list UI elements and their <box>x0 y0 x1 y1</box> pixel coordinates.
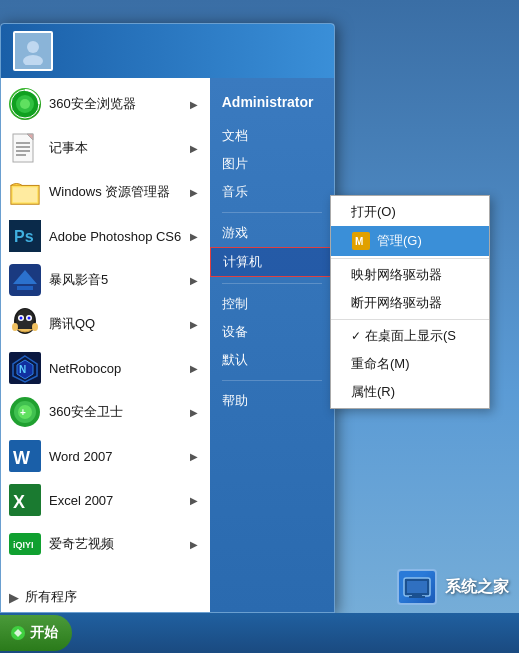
menu-item-word2007[interactable]: W Word 2007 ▶ <box>1 434 210 478</box>
explorer-label: Windows 资源管理器 <box>49 183 190 201</box>
context-item-showdesktop[interactable]: ✓ 在桌面上显示(S <box>331 322 489 350</box>
explorer-arrow: ▶ <box>190 187 202 198</box>
menu-item-netrobocop[interactable]: N NetRobocop ▶ <box>1 346 210 390</box>
svg-point-22 <box>20 317 23 320</box>
excel2007-arrow: ▶ <box>190 495 202 506</box>
iqiyi-label: 爱奇艺视频 <box>49 535 190 553</box>
svg-text:+: + <box>20 407 26 418</box>
right-item-pictures[interactable]: 图片 <box>210 150 334 178</box>
context-item-rename[interactable]: 重命名(M) <box>331 350 489 378</box>
netrobocop-icon: N <box>9 352 41 384</box>
word2007-arrow: ▶ <box>190 451 202 462</box>
svg-rect-12 <box>13 187 37 202</box>
word2007-icon: W <box>9 440 41 472</box>
svg-text:M: M <box>355 236 363 247</box>
start-menu-header <box>1 24 334 78</box>
word2007-label: Word 2007 <box>49 449 190 464</box>
browser360-arrow: ▶ <box>190 99 202 110</box>
right-item-music[interactable]: 音乐 <box>210 178 334 206</box>
iqiyi-icon: iQIYI <box>9 528 41 560</box>
menu-item-browser360[interactable]: 360安全浏览器 ▶ <box>1 82 210 126</box>
context-divider-1 <box>331 258 489 259</box>
photoshop-arrow: ▶ <box>190 231 202 242</box>
context-mapdrive-label: 映射网络驱动器 <box>351 266 442 284</box>
right-item-default[interactable]: 默认 <box>210 346 334 374</box>
svg-text:N: N <box>19 364 26 375</box>
right-item-games[interactable]: 游戏 <box>210 219 334 247</box>
right-item-help[interactable]: 帮助 <box>210 387 334 415</box>
user-avatar <box>13 31 53 71</box>
excel2007-label: Excel 2007 <box>49 493 190 508</box>
360safe-label: 360安全卫士 <box>49 403 190 421</box>
svg-text:iQIYI: iQIYI <box>13 540 34 550</box>
svg-point-25 <box>32 323 38 331</box>
qq-icon <box>9 308 41 340</box>
browser360-icon <box>9 88 41 120</box>
context-disconnect-label: 断开网络驱动器 <box>351 294 442 312</box>
menu-item-qq[interactable]: 腾讯QQ ▶ <box>1 302 210 346</box>
excel2007-icon: X <box>9 484 41 516</box>
context-showdesktop-label: 在桌面上显示(S <box>365 327 456 345</box>
context-item-mapdrive[interactable]: 映射网络驱动器 <box>331 261 489 289</box>
menu-item-notepad[interactable]: 记事本 ▶ <box>1 126 210 170</box>
watermark: 系统之家 <box>397 569 509 605</box>
all-programs-label: 所有程序 <box>25 588 77 606</box>
photoshop-icon: Ps <box>9 220 41 252</box>
360safe-icon: + <box>9 396 41 428</box>
right-item-computer[interactable]: 计算机 <box>210 247 334 277</box>
netrobocop-arrow: ▶ <box>190 363 202 374</box>
svg-point-1 <box>23 55 43 65</box>
iqiyi-arrow: ▶ <box>190 539 202 550</box>
watermark-icon <box>397 569 437 605</box>
svg-rect-17 <box>17 286 33 290</box>
start-menu: 360安全浏览器 ▶ <box>0 23 335 613</box>
context-item-manage[interactable]: M 管理(G) <box>331 226 489 256</box>
notepad-icon <box>9 132 41 164</box>
menu-item-iqiyi[interactable]: iQIYI 爱奇艺视频 ▶ <box>1 522 210 566</box>
context-item-properties[interactable]: 属性(R) <box>331 378 489 406</box>
menu-item-storm[interactable]: 暴风影音5 ▶ <box>1 258 210 302</box>
left-panel: 360安全浏览器 ▶ <box>1 78 210 612</box>
right-item-documents[interactable]: 文档 <box>210 122 334 150</box>
start-button[interactable]: 开始 <box>0 615 72 651</box>
context-item-disconnectdrive[interactable]: 断开网络驱动器 <box>331 289 489 317</box>
menu-item-360safe[interactable]: + 360安全卫士 ▶ <box>1 390 210 434</box>
context-rename-label: 重命名(M) <box>351 355 410 373</box>
taskbar: 开始 <box>0 613 519 653</box>
right-item-devices[interactable]: 设备 <box>210 318 334 346</box>
context-open-label: 打开(O) <box>351 203 396 221</box>
browser360-label: 360安全浏览器 <box>49 95 190 113</box>
notepad-arrow: ▶ <box>190 143 202 154</box>
storm-label: 暴风影音5 <box>49 271 190 289</box>
start-menu-body: 360安全浏览器 ▶ <box>1 78 334 612</box>
photoshop-label: Adobe Photoshop CS6 <box>49 229 190 244</box>
qq-label: 腾讯QQ <box>49 315 190 333</box>
menu-item-photoshop[interactable]: Ps Adobe Photoshop CS6 ▶ <box>1 214 210 258</box>
explorer-icon <box>9 176 41 208</box>
username-display: Administrator <box>210 86 334 122</box>
context-manage-label: 管理(G) <box>377 232 422 250</box>
menu-item-explorer[interactable]: Windows 资源管理器 ▶ <box>1 170 210 214</box>
watermark-text: 系统之家 <box>445 577 509 598</box>
svg-text:Ps: Ps <box>14 228 34 245</box>
svg-point-0 <box>27 41 39 53</box>
context-menu: 打开(O) M 管理(G) 映射网络驱动器 断开网络驱动器 ✓ 在桌面上显示(S… <box>330 195 490 409</box>
360safe-arrow: ▶ <box>190 407 202 418</box>
storm-icon <box>9 264 41 296</box>
svg-text:W: W <box>13 448 30 468</box>
svg-text:X: X <box>13 492 25 512</box>
start-button-label: 开始 <box>30 624 58 642</box>
context-item-open[interactable]: 打开(O) <box>331 198 489 226</box>
menu-item-excel2007[interactable]: X Excel 2007 ▶ <box>1 478 210 522</box>
right-divider-3 <box>222 380 322 381</box>
svg-point-4 <box>20 99 30 109</box>
qq-arrow: ▶ <box>190 319 202 330</box>
svg-point-23 <box>28 317 31 320</box>
right-item-control[interactable]: 控制 <box>210 290 334 318</box>
storm-arrow: ▶ <box>190 275 202 286</box>
svg-rect-5 <box>13 134 33 162</box>
menu-items-top: 360安全浏览器 ▶ <box>1 78 210 570</box>
right-panel: Administrator 文档 图片 音乐 游戏 计算机 控制 设备 默认 帮… <box>210 78 334 612</box>
svg-point-24 <box>12 323 18 331</box>
all-programs-item[interactable]: ▶ 所有程序 <box>1 582 210 612</box>
